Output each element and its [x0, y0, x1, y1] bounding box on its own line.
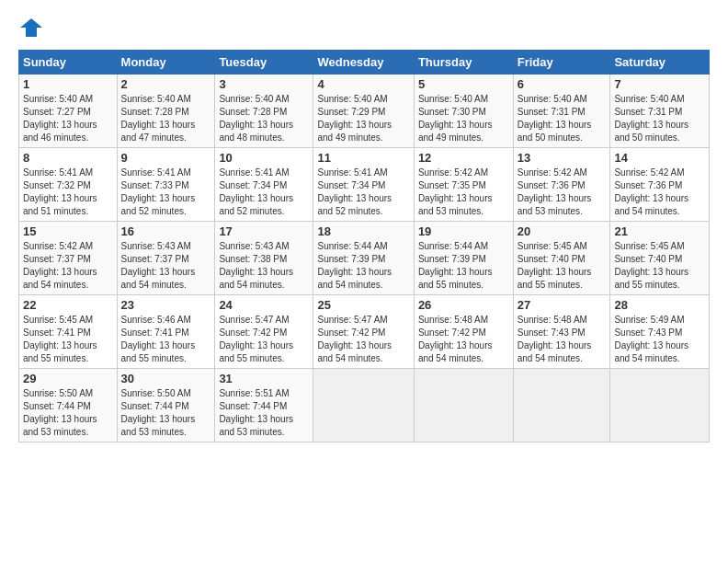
day-info: Sunrise: 5:45 AM Sunset: 7:40 PM Dayligh… [518, 240, 607, 292]
day-info: Sunrise: 5:41 AM Sunset: 7:33 PM Dayligh… [121, 167, 211, 218]
day-info: Sunrise: 5:48 AM Sunset: 7:42 PM Dayligh… [418, 314, 509, 365]
day-number: 14 [614, 151, 705, 165]
day-info: Sunrise: 5:41 AM Sunset: 7:34 PM Dayligh… [219, 167, 309, 218]
day-info: Sunrise: 5:42 AM Sunset: 7:36 PM Dayligh… [518, 167, 607, 218]
day-number: 28 [614, 298, 705, 312]
day-number: 26 [418, 298, 509, 312]
day-cell [610, 369, 710, 442]
day-number: 13 [518, 151, 607, 165]
day-number: 11 [317, 151, 409, 165]
day-number: 19 [418, 224, 509, 238]
day-number: 21 [614, 224, 705, 238]
day-cell: 13 Sunrise: 5:42 AM Sunset: 7:36 PM Dayl… [513, 148, 610, 222]
day-cell: 30 Sunrise: 5:50 AM Sunset: 7:44 PM Dayl… [117, 369, 215, 442]
day-number: 20 [518, 224, 607, 238]
day-info: Sunrise: 5:40 AM Sunset: 7:31 PM Dayligh… [518, 93, 607, 144]
week-row-3: 15 Sunrise: 5:42 AM Sunset: 7:37 PM Dayl… [19, 222, 710, 295]
day-info: Sunrise: 5:46 AM Sunset: 7:41 PM Dayligh… [121, 314, 211, 365]
day-number: 6 [518, 77, 607, 91]
day-number: 23 [121, 298, 211, 312]
col-header-tuesday: Tuesday [215, 51, 313, 75]
day-number: 4 [317, 77, 409, 91]
day-number: 24 [219, 298, 309, 312]
col-header-monday: Monday [117, 51, 215, 75]
day-info: Sunrise: 5:44 AM Sunset: 7:39 PM Dayligh… [418, 240, 509, 292]
day-cell: 14 Sunrise: 5:42 AM Sunset: 7:36 PM Dayl… [610, 148, 710, 222]
day-cell: 19 Sunrise: 5:44 AM Sunset: 7:39 PM Dayl… [414, 222, 513, 295]
day-info: Sunrise: 5:43 AM Sunset: 7:38 PM Dayligh… [219, 240, 309, 292]
col-header-saturday: Saturday [610, 51, 710, 75]
day-cell: 29 Sunrise: 5:50 AM Sunset: 7:44 PM Dayl… [19, 369, 118, 442]
day-cell: 16 Sunrise: 5:43 AM Sunset: 7:37 PM Dayl… [117, 222, 215, 295]
week-row-2: 8 Sunrise: 5:41 AM Sunset: 7:32 PM Dayli… [19, 148, 710, 222]
day-cell: 6 Sunrise: 5:40 AM Sunset: 7:31 PM Dayli… [513, 75, 610, 148]
day-cell: 7 Sunrise: 5:40 AM Sunset: 7:31 PM Dayli… [610, 75, 710, 148]
day-cell: 23 Sunrise: 5:46 AM Sunset: 7:41 PM Dayl… [117, 295, 215, 369]
day-cell: 24 Sunrise: 5:47 AM Sunset: 7:42 PM Dayl… [215, 295, 313, 369]
header-row: SundayMondayTuesdayWednesdayThursdayFrid… [19, 51, 710, 75]
day-number: 15 [23, 224, 113, 238]
day-cell: 27 Sunrise: 5:48 AM Sunset: 7:43 PM Dayl… [513, 295, 610, 369]
day-number: 17 [219, 224, 309, 238]
day-cell: 12 Sunrise: 5:42 AM Sunset: 7:35 PM Dayl… [414, 148, 513, 222]
day-info: Sunrise: 5:50 AM Sunset: 7:44 PM Dayligh… [23, 387, 113, 439]
day-info: Sunrise: 5:42 AM Sunset: 7:37 PM Dayligh… [23, 240, 113, 292]
day-info: Sunrise: 5:43 AM Sunset: 7:37 PM Dayligh… [121, 240, 211, 292]
day-info: Sunrise: 5:41 AM Sunset: 7:34 PM Dayligh… [317, 167, 409, 218]
day-number: 8 [23, 151, 113, 165]
day-number: 22 [23, 298, 113, 312]
day-cell: 5 Sunrise: 5:40 AM Sunset: 7:30 PM Dayli… [414, 75, 513, 148]
day-number: 7 [614, 77, 705, 91]
day-info: Sunrise: 5:49 AM Sunset: 7:43 PM Dayligh… [614, 314, 705, 365]
day-cell: 25 Sunrise: 5:47 AM Sunset: 7:42 PM Dayl… [313, 295, 414, 369]
day-cell: 17 Sunrise: 5:43 AM Sunset: 7:38 PM Dayl… [215, 222, 313, 295]
day-number: 12 [418, 151, 509, 165]
day-cell: 22 Sunrise: 5:45 AM Sunset: 7:41 PM Dayl… [19, 295, 118, 369]
day-cell [513, 369, 610, 442]
day-cell: 26 Sunrise: 5:48 AM Sunset: 7:42 PM Dayl… [414, 295, 513, 369]
day-info: Sunrise: 5:45 AM Sunset: 7:40 PM Dayligh… [614, 240, 705, 292]
day-number: 2 [121, 77, 211, 91]
day-cell: 9 Sunrise: 5:41 AM Sunset: 7:33 PM Dayli… [117, 148, 215, 222]
day-cell: 2 Sunrise: 5:40 AM Sunset: 7:28 PM Dayli… [117, 75, 215, 148]
day-number: 18 [317, 224, 409, 238]
day-info: Sunrise: 5:40 AM Sunset: 7:30 PM Dayligh… [418, 93, 509, 144]
week-row-1: 1 Sunrise: 5:40 AM Sunset: 7:27 PM Dayli… [19, 75, 710, 148]
day-info: Sunrise: 5:47 AM Sunset: 7:42 PM Dayligh… [317, 314, 409, 365]
day-info: Sunrise: 5:40 AM Sunset: 7:31 PM Dayligh… [614, 93, 705, 144]
week-row-4: 22 Sunrise: 5:45 AM Sunset: 7:41 PM Dayl… [19, 295, 710, 369]
day-info: Sunrise: 5:40 AM Sunset: 7:29 PM Dayligh… [317, 93, 409, 144]
day-number: 5 [418, 77, 509, 91]
day-cell: 28 Sunrise: 5:49 AM Sunset: 7:43 PM Dayl… [610, 295, 710, 369]
day-info: Sunrise: 5:42 AM Sunset: 7:36 PM Dayligh… [614, 167, 705, 218]
day-number: 10 [219, 151, 309, 165]
day-info: Sunrise: 5:47 AM Sunset: 7:42 PM Dayligh… [219, 314, 309, 365]
col-header-wednesday: Wednesday [313, 51, 414, 75]
day-cell: 8 Sunrise: 5:41 AM Sunset: 7:32 PM Dayli… [19, 148, 118, 222]
calendar-table: SundayMondayTuesdayWednesdayThursdayFrid… [18, 50, 710, 442]
col-header-friday: Friday [513, 51, 610, 75]
col-header-thursday: Thursday [414, 51, 513, 75]
day-info: Sunrise: 5:50 AM Sunset: 7:44 PM Dayligh… [121, 387, 211, 439]
day-info: Sunrise: 5:42 AM Sunset: 7:35 PM Dayligh… [418, 167, 509, 218]
day-cell: 11 Sunrise: 5:41 AM Sunset: 7:34 PM Dayl… [313, 148, 414, 222]
logo [18, 15, 48, 40]
day-info: Sunrise: 5:40 AM Sunset: 7:28 PM Dayligh… [121, 93, 211, 144]
day-info: Sunrise: 5:44 AM Sunset: 7:39 PM Dayligh… [317, 240, 409, 292]
day-info: Sunrise: 5:48 AM Sunset: 7:43 PM Dayligh… [518, 314, 607, 365]
day-number: 25 [317, 298, 409, 312]
day-number: 27 [518, 298, 607, 312]
day-info: Sunrise: 5:45 AM Sunset: 7:41 PM Dayligh… [23, 314, 113, 365]
day-cell: 21 Sunrise: 5:45 AM Sunset: 7:40 PM Dayl… [610, 222, 710, 295]
logo-icon [18, 15, 44, 40]
day-number: 9 [121, 151, 211, 165]
day-info: Sunrise: 5:40 AM Sunset: 7:28 PM Dayligh… [219, 93, 309, 144]
day-cell: 10 Sunrise: 5:41 AM Sunset: 7:34 PM Dayl… [215, 148, 313, 222]
day-number: 3 [219, 77, 309, 91]
day-cell: 1 Sunrise: 5:40 AM Sunset: 7:27 PM Dayli… [19, 75, 118, 148]
day-number: 16 [121, 224, 211, 238]
day-number: 1 [23, 77, 113, 91]
day-cell: 20 Sunrise: 5:45 AM Sunset: 7:40 PM Dayl… [513, 222, 610, 295]
day-cell: 18 Sunrise: 5:44 AM Sunset: 7:39 PM Dayl… [313, 222, 414, 295]
page: SundayMondayTuesdayWednesdayThursdayFrid… [0, 0, 728, 457]
